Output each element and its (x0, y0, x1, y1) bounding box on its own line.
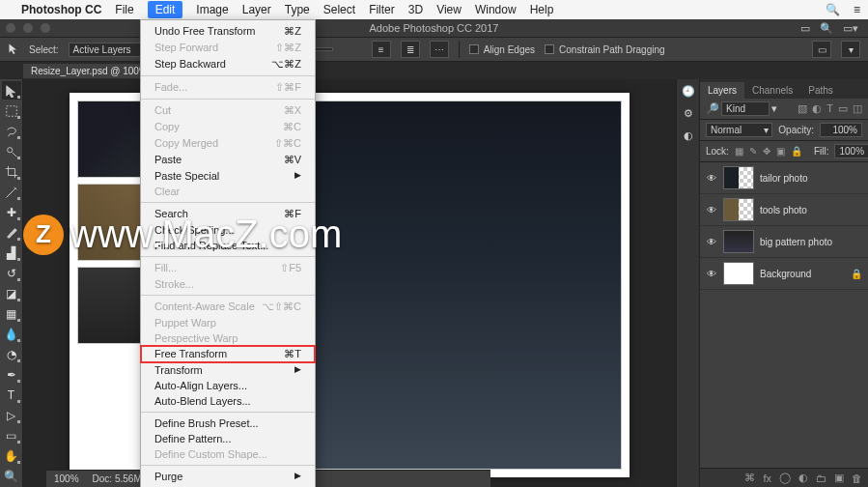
tab-paths[interactable]: Paths (800, 82, 841, 99)
filter-adjust-icon[interactable]: ◐ (812, 102, 822, 115)
rectangle-tool[interactable]: ▭ (2, 426, 21, 444)
layer-row[interactable]: 👁Background🔒 (700, 258, 868, 290)
arrange-documents-icon[interactable]: ▭ (800, 22, 810, 35)
traffic-max-icon[interactable] (41, 23, 50, 33)
pen-tool[interactable]: ✒ (2, 365, 21, 384)
menu-filter[interactable]: Filter (369, 3, 395, 16)
constrain-path-checkbox[interactable]: Constrain Path Dragging (545, 44, 665, 55)
layer-style-icon[interactable]: fx (763, 473, 771, 484)
tab-layers[interactable]: Layers (700, 82, 744, 99)
layer-thumbnail[interactable] (723, 198, 754, 221)
layer-row[interactable]: 👁tailor photo (700, 162, 868, 194)
menu-item-step-backward[interactable]: Step Backward⌥⌘Z (141, 56, 315, 72)
layer-name[interactable]: tools photo (760, 205, 862, 215)
adjustment-panel-icon[interactable]: ◐ (684, 129, 693, 142)
lock-position-icon[interactable]: ✥ (763, 146, 770, 157)
search-icon[interactable]: 🔍 (820, 22, 833, 35)
eraser-tool[interactable]: ◪ (2, 284, 21, 302)
healing-brush-tool[interactable]: ✚ (2, 203, 21, 221)
new-fill-icon[interactable]: ◐ (798, 472, 808, 484)
lock-pixels-icon[interactable]: ✎ (749, 146, 757, 157)
menu-3d[interactable]: 3D (408, 3, 423, 16)
align-right-icon[interactable]: ⋯ (430, 41, 449, 58)
brush-tool[interactable] (2, 223, 21, 242)
crop-tool[interactable] (2, 162, 21, 181)
path-select-tool[interactable]: ▷ (2, 406, 21, 424)
lasso-tool[interactable] (2, 122, 21, 140)
layer-thumbnail[interactable] (723, 230, 754, 253)
menu-item-define-brush-preset-[interactable]: Define Brush Preset... (141, 415, 315, 431)
quick-select-tool[interactable] (2, 142, 21, 160)
lock-transparent-icon[interactable]: ▦ (735, 146, 743, 157)
layer-thumbnail[interactable] (723, 166, 754, 189)
eyedropper-tool[interactable] (2, 183, 21, 201)
workspace-icon[interactable]: ▭▾ (843, 22, 858, 35)
new-layer-icon[interactable]: ▣ (834, 472, 844, 484)
clone-stamp-tool[interactable]: ▟ (2, 244, 21, 262)
type-tool[interactable]: T (2, 386, 21, 404)
spotlight-icon[interactable]: 🔍 (826, 3, 840, 16)
history-panel-icon[interactable]: 🕘 (682, 85, 695, 98)
layer-name[interactable]: Background (760, 269, 845, 279)
menu-item-search[interactable]: Search⌘F (141, 206, 315, 222)
menu-item-purge[interactable]: Purge▶ (141, 469, 315, 484)
layer-mask-icon[interactable]: ◯ (779, 472, 791, 484)
layer-row[interactable]: 👁tools photo (700, 194, 868, 226)
properties-panel-icon[interactable]: ⚙ (684, 107, 693, 120)
menu-item-free-transform[interactable]: Free Transform⌘T (141, 346, 315, 362)
menu-file[interactable]: File (115, 3, 133, 16)
gradient-tool[interactable]: ▦ (2, 304, 21, 323)
blur-tool[interactable]: 💧 (2, 325, 21, 343)
layer-name[interactable]: big pattern photo (760, 237, 862, 247)
menu-select[interactable]: Select (323, 3, 355, 16)
canvas-area[interactable]: 100% Doc: 5.56M/... ▸ (23, 79, 676, 487)
visibility-icon[interactable]: 👁 (706, 269, 717, 279)
app-name[interactable]: Photoshop CC (21, 3, 101, 16)
layer-row[interactable]: 👁big pattern photo (700, 226, 868, 258)
filter-kind-dropdown[interactable]: Kind (721, 101, 770, 116)
menu-layer[interactable]: Layer (242, 3, 271, 16)
menu-item-define-pattern-[interactable]: Define Pattern... (141, 431, 315, 446)
layer-thumbnail[interactable] (723, 262, 754, 285)
tab-channels[interactable]: Channels (744, 82, 800, 99)
new-group-icon[interactable]: 🗀 (816, 473, 826, 484)
menu-item-auto-blend-layers-[interactable]: Auto-Blend Layers... (141, 393, 315, 409)
visibility-icon[interactable]: 👁 (706, 205, 717, 215)
link-layers-icon[interactable]: ⌘ (744, 472, 755, 484)
menu-edit[interactable]: Edit (148, 1, 183, 18)
opacity-input[interactable]: 100% (820, 123, 862, 137)
dodge-tool[interactable]: ◔ (2, 345, 21, 363)
menu-extras-icon[interactable]: ≡ (854, 3, 860, 16)
filter-pixel-icon[interactable]: ▧ (798, 102, 807, 115)
move-tool-icon[interactable] (8, 43, 19, 56)
filter-shape-icon[interactable]: ▭ (838, 102, 848, 115)
menu-view[interactable]: View (436, 3, 462, 16)
menu-item-find-and-replace-text-[interactable]: Find and Replace Text... (141, 238, 315, 253)
fill-input[interactable]: 100% (834, 144, 868, 158)
layer-name[interactable]: tailor photo (760, 173, 862, 184)
menu-type[interactable]: Type (285, 3, 310, 16)
filter-smart-icon[interactable]: ◫ (853, 102, 862, 115)
menu-item-transform[interactable]: Transform▶ (141, 362, 315, 378)
align-left-icon[interactable]: ≡ (372, 41, 391, 58)
traffic-close-icon[interactable] (6, 23, 15, 33)
align-center-icon[interactable]: ≣ (401, 41, 420, 58)
blend-mode-dropdown[interactable]: Normal (706, 123, 772, 137)
traffic-min-icon[interactable] (23, 23, 33, 33)
menu-image[interactable]: Image (196, 3, 228, 16)
3d-mode-icon[interactable]: ▭ (812, 41, 831, 58)
hand-tool[interactable]: ✋ (2, 446, 21, 465)
menu-item-paste[interactable]: Paste⌘V (141, 152, 315, 168)
zoom-tool[interactable]: 🔍 (2, 467, 21, 485)
menu-help[interactable]: Help (530, 3, 554, 16)
menu-window[interactable]: Window (475, 3, 517, 16)
extra-options-icon[interactable]: ▾ (841, 41, 860, 58)
auto-select-dropdown[interactable]: Active Layers (69, 43, 150, 57)
visibility-icon[interactable]: 👁 (706, 173, 717, 184)
menu-item-check-spelling-[interactable]: Check Spelling... (141, 222, 315, 238)
visibility-icon[interactable]: 👁 (706, 237, 717, 247)
marquee-tool[interactable] (2, 101, 21, 120)
history-brush-tool[interactable]: ↺ (2, 264, 21, 282)
document-tab[interactable]: Resize_Layer.psd @ 100% (23, 64, 156, 78)
delete-layer-icon[interactable]: 🗑 (852, 473, 862, 484)
